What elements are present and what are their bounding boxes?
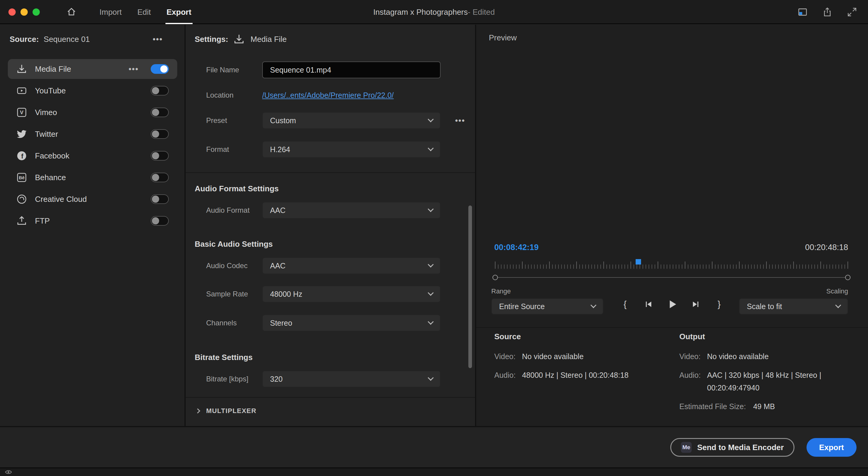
chevron-right-icon <box>195 409 200 414</box>
svg-text:f: f <box>21 153 24 160</box>
youtube-icon <box>16 86 27 96</box>
sidebar-item-behance[interactable]: Bē Behance <box>8 167 177 187</box>
chevron-down-icon <box>428 319 434 325</box>
bitrate-row: Bitrate [kbps] 320 <box>206 371 475 387</box>
bitrate-label: Bitrate [kbps] <box>206 375 262 383</box>
audio-format-label: Audio Format <box>206 206 262 215</box>
close-window-button[interactable] <box>8 8 16 16</box>
preset-more-icon[interactable]: ••• <box>455 118 465 124</box>
bitrate-settings-title: Bitrate Settings <box>195 352 475 363</box>
playhead[interactable] <box>636 259 641 264</box>
sidebar-item-creative-cloud[interactable]: Creative Cloud <box>8 189 177 209</box>
tab-edit[interactable]: Edit <box>130 0 159 24</box>
sidebar-item-facebook[interactable]: f Facebook <box>8 146 177 166</box>
home-button[interactable] <box>66 7 76 17</box>
source-info-title: Source <box>494 332 629 341</box>
mode-tabs: Import Edit Export <box>92 0 199 24</box>
behance-toggle[interactable] <box>151 172 169 182</box>
tab-export[interactable]: Export <box>159 0 199 24</box>
multiplexer-section-header[interactable]: MULTIPLEXER <box>196 406 475 416</box>
facebook-toggle[interactable] <box>151 151 169 161</box>
bitrate-value: 320 <box>270 375 283 383</box>
workspace-icon[interactable] <box>798 7 808 17</box>
send-to-media-encoder-label: Send to Media Encoder <box>697 443 784 452</box>
audio-format-dropdown[interactable]: AAC <box>262 202 441 219</box>
audio-codec-dropdown[interactable]: AAC <box>262 257 441 274</box>
settings-destination-value: Media File <box>250 35 287 44</box>
behance-icon: Bē <box>16 172 27 183</box>
sidebar-item-vimeo[interactable]: V Vimeo <box>8 102 177 122</box>
media-file-menu-icon[interactable]: ••• <box>129 66 138 72</box>
share-icon[interactable] <box>822 7 832 17</box>
section-divider <box>186 397 475 398</box>
output-video-row: Video: No video available <box>679 352 821 361</box>
chevron-down-icon <box>428 145 434 151</box>
preset-label: Preset <box>206 116 262 125</box>
titlebar-actions <box>798 0 857 24</box>
estimated-size-label: Estimated File Size: <box>679 402 746 411</box>
sidebar-item-ftp[interactable]: FTP <box>8 211 177 231</box>
media-file-toggle[interactable] <box>151 64 169 74</box>
mark-in-button[interactable]: { <box>618 296 632 312</box>
ftp-toggle[interactable] <box>151 216 169 226</box>
fullscreen-icon[interactable] <box>847 7 857 17</box>
scaling-value: Scale to fit <box>747 302 782 311</box>
settings-scrollbar[interactable] <box>468 205 472 368</box>
preset-dropdown[interactable]: Custom <box>262 112 441 129</box>
bitrate-dropdown[interactable]: 320 <box>262 371 441 387</box>
creative-cloud-icon <box>16 194 27 204</box>
sidebar-item-twitter[interactable]: Twitter <box>8 124 177 144</box>
ftp-icon <box>16 216 27 226</box>
video-label: Video: <box>679 352 707 361</box>
export-button[interactable]: Export <box>807 438 857 457</box>
vimeo-toggle[interactable] <box>151 107 169 117</box>
sidebar-item-label: Vimeo <box>35 108 146 117</box>
sidebar-item-youtube[interactable]: YouTube <box>8 81 177 101</box>
chevron-down-icon <box>835 302 841 308</box>
toggle-knob <box>152 195 159 203</box>
estimated-size-row: Estimated File Size: 49 MB <box>679 402 821 411</box>
step-back-button[interactable] <box>642 296 655 312</box>
sync-status-icon[interactable] <box>5 469 12 476</box>
audio-value: AAC | 320 kbps | 48 kHz | Stereo | <box>707 370 821 380</box>
audio-label: Audio: <box>494 370 522 380</box>
send-to-media-encoder-button[interactable]: Me Send to Media Encoder <box>670 438 795 457</box>
play-button[interactable] <box>665 296 679 312</box>
svg-text:Bē: Bē <box>19 175 25 180</box>
minimize-window-button[interactable] <box>21 8 28 16</box>
chevron-down-icon <box>428 206 434 212</box>
channels-row: Channels Stereo <box>206 315 475 331</box>
file-name-label: File Name <box>206 66 262 74</box>
titlebar: Import Edit Export Instagram x Photograp… <box>0 0 868 24</box>
audio-codec-value: AAC <box>270 261 285 270</box>
creative-cloud-toggle[interactable] <box>151 194 169 204</box>
location-link[interactable]: /Users/..ents/Adobe/Premiere Pro/22.0/ <box>262 91 394 100</box>
zoom-window-button[interactable] <box>33 8 40 16</box>
sample-rate-dropdown[interactable]: 48000 Hz <box>262 286 441 303</box>
youtube-toggle[interactable] <box>151 86 169 95</box>
facebook-icon: f <box>16 151 27 161</box>
sidebar-item-label: YouTube <box>35 86 146 95</box>
mark-out-button[interactable]: } <box>712 296 726 312</box>
source-info: Source Video: No video available Audio: … <box>494 332 629 380</box>
step-forward-button[interactable] <box>689 296 702 312</box>
timeline-ruler[interactable] <box>495 261 848 269</box>
scaling-dropdown[interactable]: Scale to fit <box>739 298 848 315</box>
chevron-down-icon <box>428 290 434 296</box>
channels-dropdown[interactable]: Stereo <box>262 315 441 331</box>
range-out-handle[interactable] <box>845 275 850 280</box>
source-menu-icon[interactable]: ••• <box>153 36 163 42</box>
tab-import[interactable]: Import <box>92 0 130 24</box>
range-in-handle[interactable] <box>493 275 498 280</box>
sidebar-item-label: Facebook <box>35 151 146 161</box>
audio-format-settings-title: Audio Format Settings <box>195 183 475 194</box>
video-value: No video available <box>707 352 769 361</box>
format-dropdown[interactable]: H.264 <box>262 141 441 158</box>
file-name-input[interactable] <box>262 61 441 78</box>
video-label: Video: <box>494 352 522 361</box>
sidebar-item-media-file[interactable]: Media File ••• <box>8 59 177 79</box>
audio-codec-row: Audio Codec AAC <box>206 257 475 274</box>
twitter-icon <box>16 129 27 139</box>
twitter-toggle[interactable] <box>151 129 169 139</box>
preset-row: Preset Custom ••• <box>206 112 475 129</box>
